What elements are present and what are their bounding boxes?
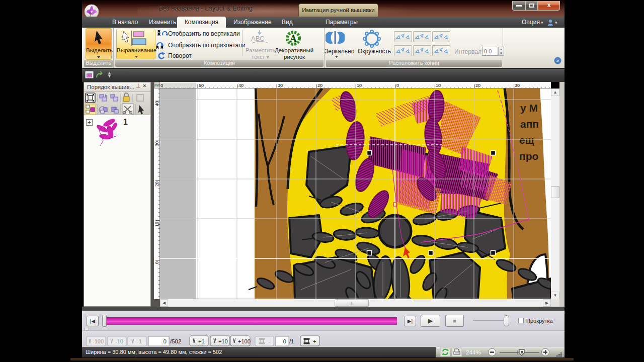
svg-text:+: + bbox=[313, 338, 316, 344]
svg-text:20: 20 bbox=[475, 83, 480, 88]
svg-text:/502: /502 bbox=[170, 338, 181, 344]
svg-text:A: A bbox=[290, 33, 297, 44]
svg-text:-: - bbox=[268, 338, 270, 344]
svg-text:0: 0 bbox=[154, 261, 159, 264]
svg-text:про: про bbox=[519, 150, 538, 162]
svg-text:40: 40 bbox=[154, 101, 159, 106]
svg-text:0: 0 bbox=[164, 338, 167, 344]
svg-text:0: 0 bbox=[160, 83, 163, 88]
svg-text:30: 30 bbox=[154, 141, 159, 146]
svg-text:30: 30 bbox=[278, 83, 283, 88]
svg-text:50: 50 bbox=[199, 83, 204, 88]
svg-text:10: 10 bbox=[154, 222, 159, 227]
svg-text:244%: 244% bbox=[466, 349, 480, 355]
svg-text:»: » bbox=[556, 58, 559, 63]
svg-text:апп: апп bbox=[520, 118, 539, 130]
svg-text:20: 20 bbox=[317, 83, 323, 88]
svg-text:+10: +10 bbox=[218, 338, 228, 344]
svg-text:-1: -1 bbox=[137, 338, 142, 344]
svg-text:0: 0 bbox=[396, 83, 399, 88]
svg-text:30: 30 bbox=[515, 83, 520, 88]
svg-text:-10: -10 bbox=[115, 338, 123, 344]
svg-text:40: 40 bbox=[238, 83, 244, 88]
svg-text:-100: -100 bbox=[93, 338, 104, 344]
svg-text:/1: /1 bbox=[289, 338, 294, 344]
svg-text:10: 10 bbox=[357, 83, 362, 88]
svg-text:ABC: ABC bbox=[251, 35, 265, 42]
svg-text:10: 10 bbox=[436, 83, 441, 88]
svg-text:+100: +100 bbox=[238, 338, 251, 344]
svg-text:ещ: ещ bbox=[519, 134, 534, 146]
svg-text:+1: +1 bbox=[198, 338, 205, 344]
svg-text:0: 0 bbox=[283, 338, 286, 344]
svg-text:у М: у М bbox=[520, 102, 538, 114]
svg-text:20: 20 bbox=[154, 182, 159, 187]
